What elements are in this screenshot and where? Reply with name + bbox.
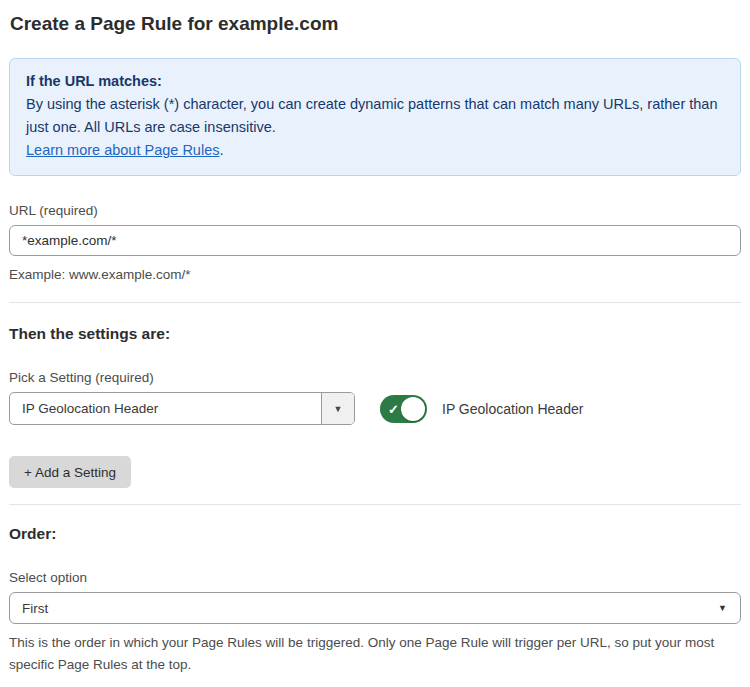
url-input[interactable] [9,225,741,256]
page-title: Create a Page Rule for example.com [10,13,740,35]
toggle-knob [401,397,425,421]
order-selected-value: First [22,601,48,616]
page-rule-form: Create a Page Rule for example.com If th… [0,13,750,687]
url-matches-info-box: If the URL matches: By using the asteris… [9,58,741,176]
ip-geolocation-toggle[interactable]: ✓ [380,395,427,423]
pick-setting-label: Pick a Setting (required) [9,370,741,385]
pick-setting-selected-value: IP Geolocation Header [10,393,321,424]
url-example-helper: Example: www.example.com/* [9,264,741,286]
info-box-heading: If the URL matches: [26,70,724,93]
info-box-body: By using the asterisk (*) character, you… [26,93,724,139]
order-helper-text: This is the order in which your Page Rul… [9,632,741,676]
add-setting-button[interactable]: + Add a Setting [9,456,131,488]
chevron-down-icon: ▼ [334,404,343,414]
divider [9,302,741,303]
learn-more-link[interactable]: Learn more about Page Rules [26,142,219,158]
toggle-label: IP Geolocation Header [442,401,583,417]
link-period: . [219,142,223,158]
order-section-heading: Order: [9,525,741,543]
divider [9,504,741,505]
pick-setting-arrow-button[interactable]: ▼ [321,393,354,424]
order-select[interactable]: First ▼ [9,592,741,624]
setting-row: IP Geolocation Header ▼ ✓ IP Geolocation… [9,392,741,425]
order-select-label: Select option [9,570,741,585]
info-box-link-line: Learn more about Page Rules. [26,139,724,162]
check-icon: ✓ [388,402,399,415]
ip-geolocation-toggle-group: ✓ IP Geolocation Header [380,395,583,423]
settings-section-heading: Then the settings are: [9,325,741,343]
chevron-down-icon: ▼ [718,603,727,613]
url-field-label: URL (required) [9,203,741,218]
pick-setting-select[interactable]: IP Geolocation Header ▼ [9,392,355,425]
